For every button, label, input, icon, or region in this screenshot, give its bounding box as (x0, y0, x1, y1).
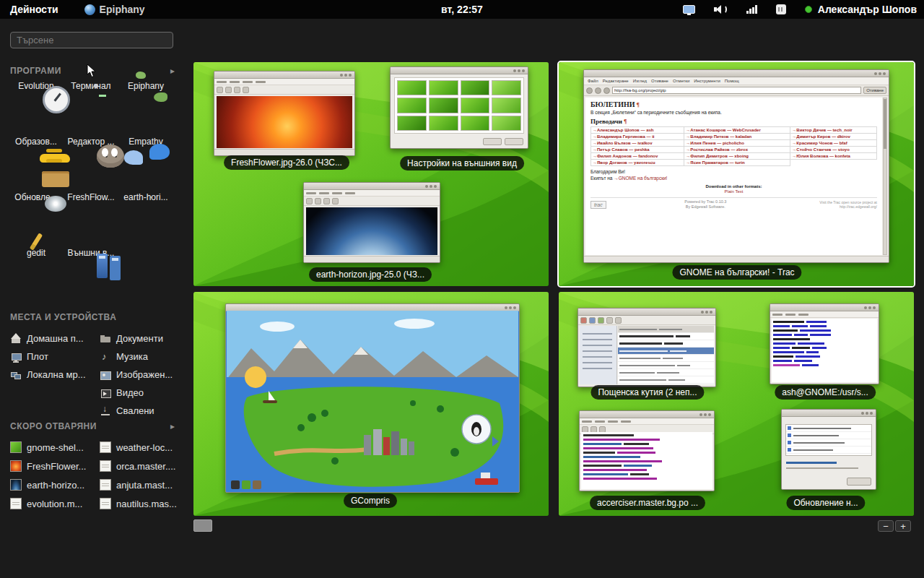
statusbar (214, 149, 354, 155)
app-item-gimp[interactable]: Редактор ... (64, 137, 118, 192)
scrollbar[interactable] (883, 98, 887, 255)
place-item-pictures[interactable]: Изображен... (100, 366, 182, 384)
workspace-top-left[interactable]: FreshFlower.jpg-26.0 (ЧЗС... Настройки н… (193, 62, 549, 286)
menu-item[interactable]: Инструменти (694, 79, 720, 83)
video-icon (100, 387, 111, 399)
app-item-epiphany[interactable]: Epiphany (118, 81, 173, 137)
trac-logo: trac (590, 201, 606, 209)
wallpaper-thumbnails (394, 77, 524, 134)
app-label: Образов... (9, 137, 64, 147)
menubar (580, 418, 714, 425)
recent-label: evolution.m... (27, 499, 82, 509)
app-item-freshflower[interactable]: FreshFlow... (64, 192, 118, 248)
search-input[interactable] (10, 32, 173, 48)
workspace-remove-button[interactable]: − (878, 520, 894, 532)
programs-expand-icon[interactable] (170, 66, 175, 76)
display-icon[interactable] (683, 5, 695, 14)
input-method-icon[interactable] (776, 4, 786, 14)
text-editor-content (581, 432, 712, 489)
update-button[interactable] (847, 478, 871, 486)
place-label: Изображен... (116, 369, 173, 380)
toolbar (214, 85, 354, 95)
recent-item[interactable]: nautilus.mas... (100, 494, 182, 513)
place-item-desktop[interactable]: Плот (10, 348, 92, 366)
network-icon (10, 369, 22, 381)
recent-item[interactable]: earth-horizo... (10, 475, 92, 494)
recent-header-label: СКОРО ОТВАРЯНИ (10, 421, 97, 431)
app-item-gedit[interactable]: gedit (9, 248, 64, 303)
app-item-earth-horizon[interactable]: earth-hori... (118, 192, 173, 248)
recent-item[interactable]: orca.master.... (100, 457, 182, 475)
window-terminal[interactable] (770, 303, 879, 384)
titlebar (214, 72, 354, 79)
place-item-music[interactable]: Музика (100, 348, 182, 366)
go-button[interactable]: Отиване (863, 87, 886, 94)
place-item-network[interactable]: Локална мр... (10, 366, 92, 384)
workspace-bottom-left[interactable]: GCompris (193, 292, 549, 516)
screenshot-thumb-icon (10, 441, 22, 453)
app-item-terminal[interactable]: Терминал (64, 81, 118, 137)
gnome-bg-link[interactable]: →GNOME на български! (614, 176, 667, 181)
app-item-empathy[interactable]: Empathy (118, 137, 173, 192)
menu-item[interactable]: Помощ (725, 79, 739, 83)
window-title-pill: GNOME на български! - Trac (672, 265, 801, 280)
statusbar (304, 256, 440, 262)
app-grid: Evolution Терминал Epiphany Образов... Р… (9, 81, 176, 303)
menu-item[interactable]: Изглед (633, 79, 647, 83)
app-item-evolution[interactable]: Evolution (9, 81, 64, 137)
recent-expand-icon[interactable] (170, 421, 175, 431)
address-bar[interactable]: http://fsa-bg.org/project/gtp (612, 87, 861, 94)
activities-button[interactable]: Дейности (0, 0, 69, 19)
browser-menubar: Файл Редактиране Изглед Отиване Отметки … (584, 77, 889, 85)
powered-by: Powered by Trac 0.10.3By Edgewall Softwa… (684, 199, 726, 210)
window-browser-trac[interactable]: Файл Редактиране Изглед Отиване Отметки … (583, 69, 889, 263)
place-item-video[interactable]: Видео (100, 384, 182, 402)
workspace-bottom-right[interactable]: Пощенска кутия (2 неп... ash@GNOME:/usr/… (559, 292, 914, 516)
recent-item[interactable]: evolution.m... (10, 494, 92, 513)
team-line: Екипът на →GNOME на български! (590, 176, 877, 181)
menu-item[interactable]: Редактиране (603, 79, 629, 83)
clock-button[interactable]: вт, 22:57 (441, 0, 483, 19)
user-menu[interactable]: Александър Шопов (805, 4, 917, 15)
terminal-output (772, 319, 877, 382)
place-item-home[interactable]: Домашна п... (10, 329, 92, 348)
place-item-documents[interactable]: Документи (100, 329, 182, 348)
window-freshflower[interactable] (214, 71, 355, 156)
menu-item[interactable]: Отиване (651, 79, 668, 83)
page-heading: БЮЛЕТИНИ¶ (590, 100, 877, 108)
window-appearance-settings[interactable] (390, 66, 528, 149)
window-title-pill: GCompris (344, 493, 397, 508)
window-gcompris[interactable] (225, 303, 520, 493)
volume-icon[interactable] (714, 4, 728, 14)
menubar (770, 311, 879, 318)
place-item-downloads[interactable]: Свалени (100, 402, 182, 420)
app-menu-button[interactable]: Epiphany (84, 0, 145, 19)
menu-item[interactable]: Файл (588, 79, 598, 83)
network-signal-icon[interactable] (746, 5, 757, 14)
workspace-add-button[interactable]: + (895, 520, 911, 532)
window-evolution-mail[interactable] (578, 308, 716, 387)
workspace-thumbnail-indicator[interactable] (193, 519, 212, 532)
window-title-pill: Пощенска кутия (2 неп... (590, 385, 704, 400)
recent-item[interactable]: FreshFlower... (10, 457, 92, 475)
menu-item[interactable]: Отметки (673, 79, 689, 83)
window-earth-horizon[interactable] (303, 182, 440, 263)
recent-item[interactable]: anjuta.mast... (100, 475, 182, 494)
places-header-label: МЕСТА И УСТРОЙСТВА (10, 312, 116, 322)
recent-item[interactable]: weather-loc... (100, 438, 182, 457)
window-gedit-po-file[interactable] (579, 410, 715, 491)
window-software-update[interactable] (781, 409, 876, 490)
workspace-top-right-active[interactable]: Файл Редактиране Изглед Отиване Отметки … (559, 62, 914, 286)
app-item-external-drives[interactable]: Външни в... (64, 248, 118, 303)
flower-thumb-icon (10, 460, 22, 472)
page-footer: trac Powered by Trac 0.10.3By Edgewall S… (590, 197, 877, 210)
reload-icon[interactable] (603, 87, 610, 94)
update-description (786, 467, 858, 469)
forward-icon[interactable] (595, 87, 601, 94)
plain-text-link[interactable]: Plain Text (590, 189, 877, 194)
place-label: Видео (116, 387, 144, 398)
back-icon[interactable] (586, 87, 593, 94)
programs-header-label: ПРОГРАМИ (10, 66, 61, 76)
gnome-shell-overview: Дейности Epiphany вт, 22:57 Александър Ш… (0, 0, 924, 578)
recent-item[interactable]: gnome-shel... (10, 438, 92, 457)
